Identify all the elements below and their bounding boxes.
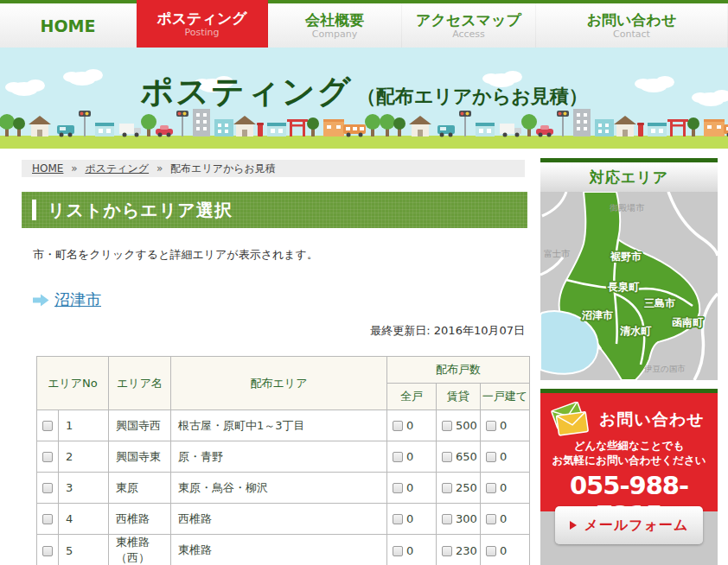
mail-form-button-label: メールフォーム: [584, 517, 689, 535]
nav-label: 会社概要: [305, 11, 364, 29]
nav-sublabel: Posting: [184, 27, 219, 39]
hero-banner: ポスティング （配布エリアからお見積）: [0, 48, 728, 149]
nav-sublabel: Access: [452, 29, 485, 41]
count-checkbox[interactable]: [393, 483, 403, 493]
cell-area-no: 1: [59, 410, 109, 441]
cell-area-no: 5: [59, 535, 109, 565]
cell-distribution-area: 東椎路: [171, 535, 387, 565]
contact-line2: お気軽にお問い合わせください: [540, 453, 718, 467]
map-label-outside: 伊豆の国市: [644, 364, 686, 373]
mail-envelope-icon: [547, 402, 592, 438]
cell-distribution-area: 根古屋・原町中1～3丁目: [171, 410, 387, 441]
cell-all-count: 0: [406, 481, 413, 494]
count-checkbox[interactable]: [393, 421, 403, 431]
row-select-checkbox[interactable]: [42, 452, 53, 462]
coverage-map-module: 対応エリア 御殿場市 富士市 伊豆の国市 裾野市 長泉町 三島市 沼津市 清水町…: [540, 158, 718, 380]
count-checkbox[interactable]: [486, 546, 496, 556]
table-row: 1 興国寺西 根古屋・原町中1～3丁目 0 500 0: [37, 410, 530, 441]
row-select-checkbox[interactable]: [42, 546, 53, 556]
col-header-rental: 賃貸: [437, 384, 481, 410]
mail-form-button[interactable]: メールフォーム: [555, 506, 703, 544]
cell-all-count: 0: [406, 419, 413, 432]
contact-title: お問い合わせ: [599, 409, 705, 431]
nav-sublabel: Contact: [613, 29, 650, 41]
cell-rental-count: 300: [456, 512, 477, 525]
cell-area-name: 東原: [109, 473, 171, 504]
cell-detached-count: 0: [500, 419, 507, 432]
cell-detached-count: 0: [500, 481, 507, 494]
cell-distribution-area: 東原・鳥谷・柳沢: [171, 473, 387, 504]
col-header-household-count: 配布戸数: [387, 357, 530, 384]
count-checkbox[interactable]: [442, 514, 452, 524]
last-updated-text: 最終更新日: 2016年10月07日: [22, 323, 525, 339]
col-header-area-name: エリア名: [109, 357, 171, 410]
contact-module: お問い合わせ どんな些細なことでも お気軽にお問い合わせください 055-988…: [540, 389, 718, 565]
col-header-detached: 一戸建て: [481, 384, 530, 410]
page-title: ポスティング （配布エリアからお見積）: [0, 70, 728, 114]
nav-item-home[interactable]: HOME: [0, 3, 137, 48]
map-label-covered: 長泉町: [607, 281, 640, 293]
count-checkbox[interactable]: [486, 421, 496, 431]
count-checkbox[interactable]: [393, 546, 403, 556]
count-checkbox[interactable]: [486, 514, 496, 524]
map-label-covered: 裾野市: [610, 251, 642, 263]
nav-item-access[interactable]: アクセスマップ Access: [402, 3, 536, 48]
section-header-bar: [32, 200, 36, 220]
nav-label: ポスティング: [156, 10, 246, 27]
coverage-map-title: 対応エリア: [540, 162, 718, 192]
row-select-checkbox[interactable]: [42, 483, 53, 493]
hero-subtitle-text: （配布エリアからお見積）: [357, 86, 588, 107]
cell-all-count: 0: [406, 450, 413, 463]
city-link-numazu[interactable]: 沼津市: [54, 289, 101, 310]
main-nav: HOME ポスティング Posting 会社概要 Company アクセスマップ…: [0, 0, 728, 48]
cell-all-count: 0: [406, 512, 413, 525]
area-table: エリアNo エリア名 配布エリア 配布戸数 全戸 賃貸 一戸建て 1 興国寺西 …: [36, 356, 530, 565]
hero-title-text: ポスティング: [140, 73, 352, 111]
count-checkbox[interactable]: [442, 452, 452, 462]
table-row: 2 興国寺東 原・青野 0 650 0: [37, 441, 530, 473]
table-row: 5 東椎路（西） 東椎路 0 230 0: [37, 535, 530, 565]
cell-rental-count: 500: [456, 419, 477, 432]
nav-item-posting[interactable]: ポスティング Posting: [137, 0, 268, 48]
arrow-right-icon: [570, 521, 577, 530]
table-row: 4 西椎路 西椎路 0 300 0: [37, 504, 530, 535]
row-select-checkbox[interactable]: [42, 514, 53, 524]
breadcrumb-separator: »: [156, 162, 163, 175]
arrow-right-icon: [33, 294, 49, 307]
breadcrumb-posting-link[interactable]: ポスティング: [85, 162, 149, 175]
count-checkbox[interactable]: [393, 452, 403, 462]
map-label-outside: 富士市: [544, 249, 571, 258]
section-header: リストからエリア選択: [22, 192, 527, 228]
nav-label: お問い合わせ: [587, 11, 677, 29]
count-checkbox[interactable]: [442, 546, 452, 556]
cell-area-no: 3: [59, 473, 109, 504]
cell-area-name: 西椎路: [109, 504, 171, 535]
contact-banner: お問い合わせ どんな些細なことでも お気軽にお問い合わせください 055-988…: [540, 389, 718, 511]
map-label-covered: 函南町: [672, 316, 704, 328]
cell-area-name: 興国寺西: [109, 410, 171, 441]
breadcrumb-separator: »: [71, 162, 77, 175]
map-label-outside: 御殿場市: [610, 203, 645, 213]
breadcrumb-current: 配布エリアからお見積: [170, 162, 276, 175]
cell-area-no: 2: [59, 441, 109, 473]
nav-item-contact[interactable]: お問い合わせ Contact: [536, 3, 728, 48]
cell-area-no: 4: [59, 504, 109, 535]
count-checkbox[interactable]: [486, 483, 496, 493]
count-checkbox[interactable]: [486, 452, 496, 462]
map-label-covered: 清水町: [619, 325, 652, 337]
count-checkbox[interactable]: [442, 483, 452, 493]
cell-detached-count: 0: [500, 512, 507, 525]
nav-label: アクセスマップ: [416, 11, 521, 29]
col-header-area-no: エリアNo: [37, 357, 109, 410]
breadcrumb-home-link[interactable]: HOME: [32, 162, 63, 175]
nav-label: HOME: [41, 17, 96, 35]
city-link-row: 沼津市: [33, 289, 101, 310]
row-select-checkbox[interactable]: [42, 421, 53, 431]
cell-area-name: 東椎路（西）: [109, 535, 171, 565]
cell-detached-count: 0: [500, 544, 507, 557]
count-checkbox[interactable]: [393, 514, 403, 524]
count-checkbox[interactable]: [442, 421, 452, 431]
cell-all-count: 0: [406, 544, 413, 557]
nav-item-company[interactable]: 会社概要 Company: [268, 3, 402, 48]
coverage-map-image: 御殿場市 富士市 伊豆の国市 裾野市 長泉町 三島市 沼津市 清水町 函南町: [540, 192, 718, 380]
